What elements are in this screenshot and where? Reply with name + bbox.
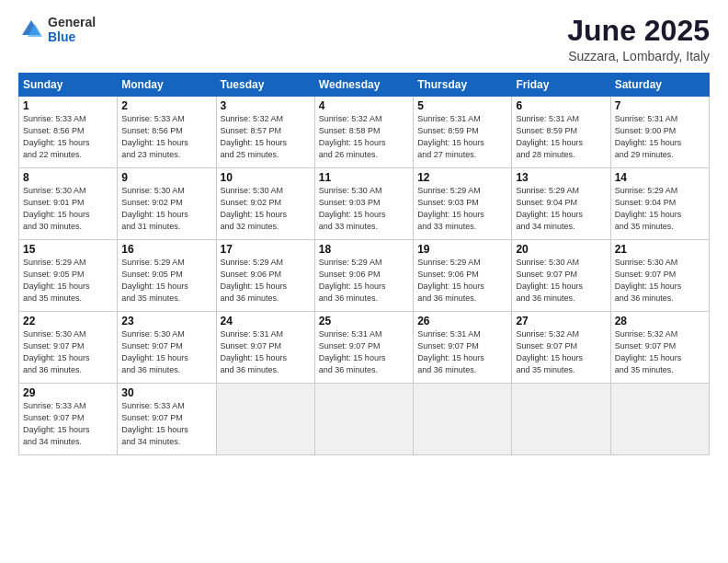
day-number: 26 (417, 315, 507, 327)
day-info: Sunrise: 5:29 AM Sunset: 9:04 PM Dayligh… (516, 185, 606, 233)
day-number: 22 (23, 315, 113, 327)
day-number: 6 (516, 99, 606, 112)
day-info: Sunrise: 5:33 AM Sunset: 9:07 PM Dayligh… (23, 400, 113, 448)
day-cell: 8Sunrise: 5:30 AM Sunset: 9:01 PM Daylig… (19, 168, 118, 240)
day-number: 4 (319, 99, 409, 112)
day-cell: 9Sunrise: 5:30 AM Sunset: 9:02 PM Daylig… (118, 168, 216, 240)
day-cell (216, 384, 314, 455)
day-number: 8 (23, 171, 113, 184)
logo: General Blue (18, 15, 96, 44)
day-number: 30 (121, 386, 211, 399)
day-number: 5 (417, 99, 507, 112)
calendar-table: Sunday Monday Tuesday Wednesday Thursday… (18, 73, 710, 455)
week-row-1: 1Sunrise: 5:33 AM Sunset: 8:56 PM Daylig… (19, 97, 710, 168)
day-info: Sunrise: 5:30 AM Sunset: 9:07 PM Dayligh… (121, 328, 211, 376)
week-row-2: 8Sunrise: 5:30 AM Sunset: 9:01 PM Daylig… (19, 168, 710, 240)
calendar-page: General Blue June 2025 Suzzara, Lombardy… (0, 0, 728, 563)
day-cell: 19Sunrise: 5:29 AM Sunset: 9:06 PM Dayli… (414, 240, 512, 312)
day-number: 15 (23, 243, 113, 256)
day-cell: 10Sunrise: 5:30 AM Sunset: 9:02 PM Dayli… (216, 168, 314, 240)
col-tuesday: Tuesday (216, 74, 314, 97)
day-info: Sunrise: 5:31 AM Sunset: 8:59 PM Dayligh… (417, 113, 507, 161)
day-cell: 20Sunrise: 5:30 AM Sunset: 9:07 PM Dayli… (512, 240, 610, 312)
day-cell: 27Sunrise: 5:32 AM Sunset: 9:07 PM Dayli… (512, 312, 610, 384)
day-number: 1 (23, 99, 113, 112)
day-number: 29 (23, 386, 113, 399)
col-monday: Monday (118, 74, 216, 97)
week-row-4: 22Sunrise: 5:30 AM Sunset: 9:07 PM Dayli… (19, 312, 710, 384)
col-saturday: Saturday (610, 74, 709, 97)
day-cell: 13Sunrise: 5:29 AM Sunset: 9:04 PM Dayli… (512, 168, 610, 240)
col-sunday: Sunday (19, 74, 118, 97)
day-info: Sunrise: 5:29 AM Sunset: 9:06 PM Dayligh… (319, 257, 409, 304)
day-info: Sunrise: 5:32 AM Sunset: 8:58 PM Dayligh… (319, 113, 409, 161)
day-cell (414, 384, 512, 455)
calendar-subtitle: Suzzara, Lombardy, Italy (567, 49, 710, 63)
day-cell: 7Sunrise: 5:31 AM Sunset: 9:00 PM Daylig… (610, 97, 709, 168)
day-info: Sunrise: 5:29 AM Sunset: 9:05 PM Dayligh… (23, 257, 113, 304)
day-info: Sunrise: 5:33 AM Sunset: 9:07 PM Dayligh… (121, 400, 211, 448)
day-info: Sunrise: 5:31 AM Sunset: 9:00 PM Dayligh… (615, 113, 705, 161)
day-info: Sunrise: 5:29 AM Sunset: 9:06 PM Dayligh… (417, 257, 507, 304)
day-number: 14 (615, 171, 705, 184)
col-thursday: Thursday (414, 74, 512, 97)
day-cell: 6Sunrise: 5:31 AM Sunset: 8:59 PM Daylig… (512, 97, 610, 168)
week-row-3: 15Sunrise: 5:29 AM Sunset: 9:05 PM Dayli… (19, 240, 710, 312)
day-number: 19 (417, 243, 507, 256)
day-info: Sunrise: 5:30 AM Sunset: 9:02 PM Dayligh… (121, 185, 211, 233)
day-cell (610, 384, 709, 455)
day-info: Sunrise: 5:29 AM Sunset: 9:06 PM Dayligh… (221, 257, 311, 304)
calendar-title: June 2025 (567, 15, 710, 47)
col-wednesday: Wednesday (314, 74, 413, 97)
day-number: 2 (121, 99, 211, 112)
day-number: 10 (221, 171, 311, 184)
day-number: 18 (319, 243, 409, 256)
header: General Blue June 2025 Suzzara, Lombardy… (18, 15, 710, 63)
logo-blue: Blue (48, 29, 96, 44)
day-info: Sunrise: 5:32 AM Sunset: 9:07 PM Dayligh… (516, 328, 606, 376)
header-row: Sunday Monday Tuesday Wednesday Thursday… (19, 74, 710, 97)
day-cell: 14Sunrise: 5:29 AM Sunset: 9:04 PM Dayli… (610, 168, 709, 240)
day-number: 12 (417, 171, 507, 184)
day-cell: 26Sunrise: 5:31 AM Sunset: 9:07 PM Dayli… (414, 312, 512, 384)
day-info: Sunrise: 5:33 AM Sunset: 8:56 PM Dayligh… (121, 113, 211, 161)
day-info: Sunrise: 5:30 AM Sunset: 9:07 PM Dayligh… (615, 257, 705, 304)
week-row-5: 29Sunrise: 5:33 AM Sunset: 9:07 PM Dayli… (19, 384, 710, 455)
day-cell: 22Sunrise: 5:30 AM Sunset: 9:07 PM Dayli… (19, 312, 118, 384)
day-number: 9 (121, 171, 211, 184)
day-number: 11 (319, 171, 409, 184)
day-cell (512, 384, 610, 455)
title-block: June 2025 Suzzara, Lombardy, Italy (567, 15, 710, 63)
day-info: Sunrise: 5:30 AM Sunset: 9:01 PM Dayligh… (23, 185, 113, 233)
day-info: Sunrise: 5:29 AM Sunset: 9:04 PM Dayligh… (615, 185, 705, 233)
day-cell: 29Sunrise: 5:33 AM Sunset: 9:07 PM Dayli… (19, 384, 118, 455)
day-info: Sunrise: 5:29 AM Sunset: 9:03 PM Dayligh… (417, 185, 507, 233)
day-number: 28 (615, 315, 705, 327)
day-cell: 28Sunrise: 5:32 AM Sunset: 9:07 PM Dayli… (610, 312, 709, 384)
day-number: 20 (516, 243, 606, 256)
day-number: 25 (319, 315, 409, 327)
day-cell: 24Sunrise: 5:31 AM Sunset: 9:07 PM Dayli… (216, 312, 314, 384)
day-number: 17 (221, 243, 311, 256)
day-cell: 2Sunrise: 5:33 AM Sunset: 8:56 PM Daylig… (118, 97, 216, 168)
logo-icon (18, 17, 44, 42)
day-number: 13 (516, 171, 606, 184)
day-number: 3 (221, 99, 311, 112)
day-cell: 4Sunrise: 5:32 AM Sunset: 8:58 PM Daylig… (314, 97, 413, 168)
day-info: Sunrise: 5:32 AM Sunset: 9:07 PM Dayligh… (615, 328, 705, 376)
day-info: Sunrise: 5:30 AM Sunset: 9:07 PM Dayligh… (516, 257, 606, 304)
day-info: Sunrise: 5:31 AM Sunset: 9:07 PM Dayligh… (319, 328, 409, 376)
calendar-body: 1Sunrise: 5:33 AM Sunset: 8:56 PM Daylig… (19, 97, 710, 455)
logo-general: General (48, 15, 96, 29)
day-cell (314, 384, 413, 455)
day-cell: 5Sunrise: 5:31 AM Sunset: 8:59 PM Daylig… (414, 97, 512, 168)
day-number: 23 (121, 315, 211, 327)
day-cell: 11Sunrise: 5:30 AM Sunset: 9:03 PM Dayli… (314, 168, 413, 240)
col-friday: Friday (512, 74, 610, 97)
day-info: Sunrise: 5:30 AM Sunset: 9:07 PM Dayligh… (23, 328, 113, 376)
day-info: Sunrise: 5:33 AM Sunset: 8:56 PM Dayligh… (23, 113, 113, 161)
day-info: Sunrise: 5:31 AM Sunset: 8:59 PM Dayligh… (516, 113, 606, 161)
day-number: 21 (615, 243, 705, 256)
day-info: Sunrise: 5:31 AM Sunset: 9:07 PM Dayligh… (417, 328, 507, 376)
day-number: 7 (615, 99, 705, 112)
